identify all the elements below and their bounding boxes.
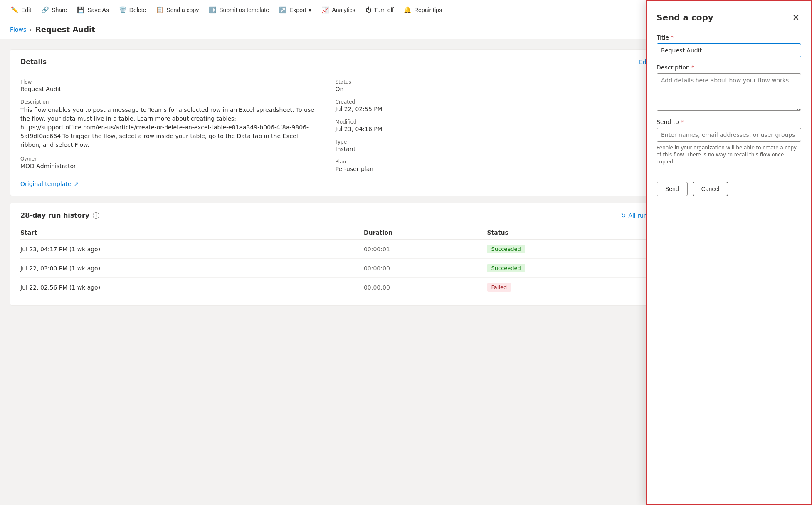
status-badge: Failed: [487, 283, 511, 292]
run-history-card: 28-day run history i ↻ All runs Start Du…: [10, 203, 661, 306]
content-area: Details Edit Flow Request Audit Descript…: [0, 39, 671, 504]
edit-button[interactable]: ✏️ Edit: [7, 4, 35, 16]
send-button[interactable]: Send: [657, 182, 688, 196]
run-history-header: 28-day run history i ↻ All runs: [20, 211, 650, 219]
refresh-icon: ↻: [621, 212, 626, 219]
runs-table-header: Start Duration Status: [20, 226, 650, 240]
repair-tips-button[interactable]: 🔔 Repair tips: [400, 4, 446, 16]
type-value: Instant: [336, 146, 651, 152]
run-status: Failed: [487, 278, 650, 297]
title-label: Title *: [657, 34, 801, 41]
export-icon: ↗️: [279, 6, 287, 14]
power-icon: ⏻: [365, 6, 372, 13]
title-input[interactable]: [657, 43, 801, 57]
col-duration: Duration: [364, 226, 487, 240]
send-to-form-group: Send to * People in your organization wi…: [657, 119, 801, 165]
share-button[interactable]: 🔗 Share: [37, 4, 71, 16]
flow-label: Flow: [20, 79, 319, 85]
send-copy-panel-header: Send a copy ✕: [657, 11, 801, 24]
details-card-title: Details: [20, 58, 47, 66]
send-to-required-star: *: [681, 119, 684, 125]
run-status: Succeeded: [487, 259, 650, 278]
bell-icon: 🔔: [404, 6, 412, 14]
owner-value: MOD Administrator: [20, 163, 319, 169]
share-icon: 🔗: [41, 6, 49, 14]
status-value: On: [336, 86, 651, 92]
submit-template-icon: ➡️: [209, 6, 217, 14]
run-history-title: 28-day run history i: [20, 211, 99, 219]
send-to-label: Send to *: [657, 119, 801, 125]
details-grid: Flow Request Audit Description This flow…: [20, 72, 650, 172]
description-label: Description: [20, 99, 319, 105]
export-button[interactable]: ↗️ Export ▾: [275, 4, 316, 16]
run-duration: 00:00:00: [364, 259, 487, 278]
created-label: Created: [336, 99, 651, 105]
details-left-column: Flow Request Audit Description This flow…: [20, 72, 336, 172]
plan-value: Per-user plan: [336, 166, 651, 172]
table-row: Jul 22, 03:00 PM (1 wk ago) 00:00:00 Suc…: [20, 259, 650, 278]
cancel-button[interactable]: Cancel: [693, 182, 728, 196]
details-right-column: Status On Created Jul 22, 02:55 PM Modif…: [336, 72, 651, 172]
breadcrumb-current: Request Audit: [35, 25, 95, 34]
plan-label: Plan: [336, 159, 651, 165]
original-template-link[interactable]: Original template ↗: [20, 181, 650, 187]
description-textarea[interactable]: [657, 73, 801, 111]
submit-template-button[interactable]: ➡️ Submit as template: [205, 4, 273, 16]
external-link-icon: ↗: [74, 181, 79, 187]
modified-label: Modified: [336, 119, 651, 125]
analytics-button[interactable]: 📈 Analytics: [317, 4, 359, 16]
flow-value: Request Audit: [20, 86, 319, 92]
description-value: This flow enables you to post a message …: [20, 106, 319, 149]
turn-off-button[interactable]: ⏻ Turn off: [361, 4, 398, 16]
send-to-input[interactable]: [657, 128, 801, 142]
details-card-header: Details Edit: [20, 58, 650, 66]
run-status: Succeeded: [487, 240, 650, 259]
status-badge: Succeeded: [487, 264, 525, 272]
panel-actions: Send Cancel: [657, 182, 801, 196]
send-to-helper-text: People in your organization will be able…: [657, 144, 801, 165]
runs-table: Start Duration Status Jul 23, 04:17 PM (…: [20, 226, 650, 297]
col-start: Start: [20, 226, 364, 240]
run-start: Jul 22, 03:00 PM (1 wk ago): [20, 259, 364, 278]
run-duration: 00:00:00: [364, 278, 487, 297]
send-copy-panel: Send a copy ✕ Title * Description * Send…: [646, 0, 812, 504]
run-duration: 00:00:01: [364, 240, 487, 259]
breadcrumb-separator: ›: [30, 26, 32, 33]
delete-button[interactable]: 🗑️ Delete: [115, 4, 150, 16]
edit-icon: ✏️: [11, 6, 19, 14]
status-label: Status: [336, 79, 651, 85]
delete-icon: 🗑️: [119, 6, 127, 14]
analytics-icon: 📈: [321, 6, 329, 14]
send-copy-button[interactable]: 📋 Send a copy: [152, 4, 203, 16]
table-row: Jul 23, 04:17 PM (1 wk ago) 00:00:01 Suc…: [20, 240, 650, 259]
run-start: Jul 22, 02:56 PM (1 wk ago): [20, 278, 364, 297]
run-start: Jul 23, 04:17 PM (1 wk ago): [20, 240, 364, 259]
description-form-group: Description *: [657, 64, 801, 112]
send-copy-panel-title: Send a copy: [657, 12, 713, 22]
send-copy-icon: 📋: [156, 6, 164, 14]
run-history-info-icon[interactable]: i: [93, 212, 99, 219]
breadcrumb-parent-link[interactable]: Flows: [10, 26, 26, 33]
col-status: Status: [487, 226, 650, 240]
send-copy-close-button[interactable]: ✕: [791, 11, 801, 24]
title-required-star: *: [671, 34, 674, 41]
details-card: Details Edit Flow Request Audit Descript…: [10, 49, 661, 196]
created-value: Jul 22, 02:55 PM: [336, 106, 651, 112]
title-form-group: Title *: [657, 34, 801, 57]
export-chevron-icon: ▾: [309, 7, 311, 13]
description-required-star: *: [691, 64, 694, 71]
save-icon: 💾: [77, 6, 85, 14]
modified-value: Jul 23, 04:16 PM: [336, 126, 651, 132]
owner-label: Owner: [20, 156, 319, 162]
description-label: Description *: [657, 64, 801, 71]
type-label: Type: [336, 139, 651, 145]
status-badge: Succeeded: [487, 245, 525, 253]
original-template-label: Original template: [20, 181, 71, 187]
table-row: Jul 22, 02:56 PM (1 wk ago) 00:00:00 Fai…: [20, 278, 650, 297]
save-as-button[interactable]: 💾 Save As: [73, 4, 113, 16]
